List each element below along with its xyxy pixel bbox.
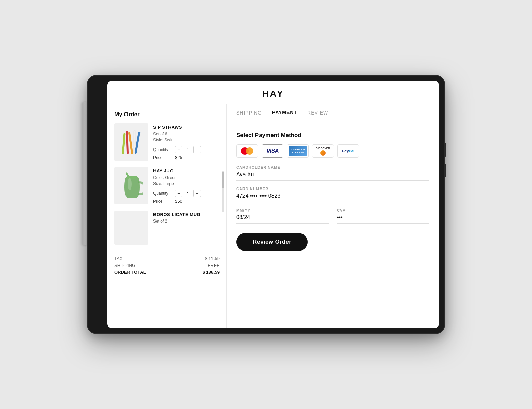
scroll-indicator[interactable]	[222, 171, 224, 212]
item-image-sip-straws	[114, 123, 148, 161]
amex-logo: AMERICANEXPRESS	[289, 146, 307, 156]
item-price-row: Price $50	[153, 199, 220, 204]
tax-value: $ 11.59	[205, 256, 220, 261]
quantity-value: 1	[185, 147, 191, 152]
tax-row: TAX $ 11.59	[114, 256, 220, 261]
quantity-increase-button[interactable]: +	[193, 146, 201, 153]
cardholder-label: CARDHOLDER NAME	[236, 165, 429, 169]
price-label: Price	[153, 155, 172, 160]
volume-down-button[interactable]	[445, 164, 446, 177]
total-value: $ 136.59	[202, 270, 220, 275]
tablet-body: HAY My Order	[87, 75, 445, 334]
review-order-button[interactable]: Review Order	[236, 233, 308, 251]
payment-method-paypal[interactable]: PayPal	[337, 144, 359, 158]
item-details-borosilicate-mug: BOROSILICATE MUG Set of 2	[153, 211, 220, 245]
item-image-hay-jug	[114, 167, 148, 204]
app-title: HAY	[262, 89, 284, 99]
total-label: ORDER TOTAL	[114, 270, 146, 275]
card-number-label: CARD NUMBER	[236, 187, 429, 191]
quantity-increase-button[interactable]: +	[193, 190, 201, 197]
cvv-label: CVV	[337, 208, 429, 212]
shipping-row: SHIPPING FREE	[114, 263, 220, 268]
tab-shipping[interactable]: SHIPPING	[236, 110, 262, 117]
payment-method-amex[interactable]: AMERICANEXPRESS	[287, 144, 309, 158]
item-price: $25	[175, 155, 182, 160]
payment-section-title: Select Payment Method	[236, 132, 429, 139]
visa-logo: VISA	[266, 148, 279, 154]
total-row: ORDER TOTAL $ 136.59	[114, 270, 220, 275]
svg-point-6	[128, 178, 132, 190]
quantity-value: 1	[185, 191, 191, 196]
payment-method-visa[interactable]: VISA	[262, 144, 283, 158]
item-name: SIP STRAWS	[153, 125, 220, 130]
quantity-label: Quantity	[153, 191, 172, 196]
svg-rect-2	[126, 131, 129, 154]
discover-logo: DISCOVER	[316, 147, 330, 156]
app-content: My Order	[107, 104, 439, 328]
item-price: $50	[175, 199, 182, 204]
expiry-label: MM/YY	[236, 208, 329, 212]
svg-rect-3	[122, 133, 125, 154]
list-item: SIP STRAWS Set of 6 Style: Swirl Quantit…	[114, 123, 220, 161]
app-header: HAY	[107, 81, 439, 104]
payment-methods: VISA AMERICANEXPRESS DISCOVER	[236, 144, 429, 158]
mastercard-right-circle	[246, 147, 253, 155]
list-item: HAY JUG Color: Green Size: Large Quantit…	[114, 167, 220, 204]
order-summary: TAX $ 11.59 SHIPPING FREE ORDER TOTAL $ …	[114, 251, 220, 275]
svg-rect-1	[128, 132, 133, 154]
discover-dot	[320, 150, 326, 156]
quantity-decrease-button[interactable]: −	[175, 146, 182, 153]
order-panel: My Order	[107, 104, 227, 328]
cardholder-name-field: CARDHOLDER NAME Ava Xu	[236, 165, 429, 181]
item-quantity-row: Quantity − 1 +	[153, 190, 220, 197]
expiry-field: MM/YY 08/24	[236, 208, 329, 224]
card-number-field: CARD NUMBER 4724 •••• •••• 0823	[236, 187, 429, 202]
scroll-thumb	[222, 171, 224, 188]
payment-method-discover[interactable]: DISCOVER	[312, 144, 334, 158]
item-meta: Color: Green Size: Large	[153, 175, 220, 187]
item-name: HAY JUG	[153, 168, 220, 173]
mastercard-logo	[241, 147, 253, 155]
list-item: BOROSILICATE MUG Set of 2	[114, 211, 220, 245]
checkout-steps: SHIPPING PAYMENT REVIEW	[236, 104, 429, 124]
card-number-value[interactable]: 4724 •••• •••• 0823	[236, 193, 429, 202]
item-details-sip-straws: SIP STRAWS Set of 6 Style: Swirl Quantit…	[153, 123, 220, 161]
payment-method-mastercard[interactable]	[236, 144, 258, 158]
cvv-field: CVV •••	[337, 208, 429, 224]
svg-rect-5	[127, 176, 137, 179]
quantity-decrease-button[interactable]: −	[175, 190, 182, 197]
item-name: BOROSILICATE MUG	[153, 212, 220, 217]
cvv-value[interactable]: •••	[337, 214, 429, 224]
item-meta: Set of 6 Style: Swirl	[153, 131, 220, 143]
expiry-value[interactable]: 08/24	[236, 214, 329, 224]
shipping-label: SHIPPING	[114, 263, 135, 268]
item-meta: Set of 2	[153, 218, 220, 224]
item-price-row: Price $25	[153, 155, 220, 160]
tablet-screen: HAY My Order	[107, 81, 439, 328]
paypal-logo: PayPal	[342, 149, 354, 153]
quantity-label: Quantity	[153, 147, 172, 152]
item-image-borosilicate-mug	[114, 211, 148, 245]
payment-panel: SHIPPING PAYMENT REVIEW Select Payment M…	[227, 104, 439, 328]
expiry-cvv-row: MM/YY 08/24 CVV •••	[236, 208, 429, 224]
cardholder-value[interactable]: Ava Xu	[236, 171, 429, 181]
tax-label: TAX	[114, 256, 122, 261]
tab-review[interactable]: REVIEW	[307, 110, 328, 117]
shipping-value: FREE	[208, 263, 220, 268]
item-quantity-row: Quantity − 1 +	[153, 146, 220, 153]
item-details-hay-jug: HAY JUG Color: Green Size: Large Quantit…	[153, 167, 220, 204]
volume-up-button[interactable]	[445, 143, 446, 157]
price-label: Price	[153, 199, 172, 204]
order-panel-title: My Order	[114, 111, 220, 118]
tablet-device: HAY My Order	[87, 75, 445, 334]
tab-payment[interactable]: PAYMENT	[272, 110, 297, 117]
